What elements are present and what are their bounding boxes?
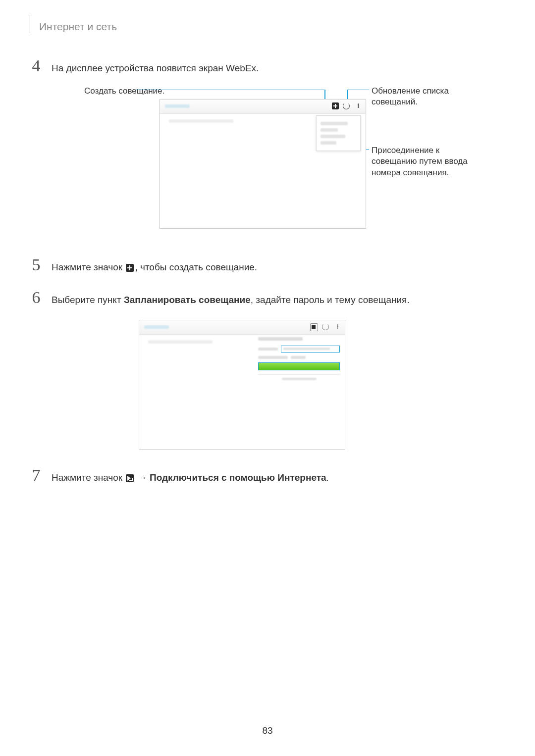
step-6-number: 6 (30, 289, 43, 307)
more-icon (355, 102, 362, 109)
step-5-number: 5 (30, 256, 43, 275)
webex-screenshot-2 (139, 320, 345, 450)
callout-create: Создать совещание. (84, 86, 164, 97)
plus-icon (310, 323, 318, 331)
section-title: Интернет и сеть (39, 21, 117, 33)
start-icon (126, 474, 134, 482)
refresh-icon (322, 323, 329, 330)
step-7-text: Нажмите значок → Подключиться с помощью … (52, 467, 329, 485)
callout-join: Присоединение к совещанию путем ввода но… (372, 145, 476, 179)
refresh-icon (343, 102, 350, 109)
step-6-text: Выберите пункт Запланировать совещание, … (52, 289, 410, 307)
step-4-number: 4 (30, 57, 43, 76)
more-icon (334, 323, 341, 330)
plus-icon (332, 102, 339, 109)
callout-refresh: Обновление списка совещаний. (372, 86, 476, 108)
figure-2 (139, 320, 500, 450)
plus-icon (126, 264, 134, 272)
page-number: 83 (0, 725, 535, 736)
step-7-number: 7 (30, 467, 43, 485)
webex-screenshot-1 (160, 99, 366, 229)
step-4-text: На дисплее устройства появится экран Web… (52, 57, 259, 76)
figure-1: Создать совещание. Обновление списка сов… (50, 86, 500, 247)
step-5-text: Нажмите значок , чтобы создать совещание… (52, 256, 257, 275)
